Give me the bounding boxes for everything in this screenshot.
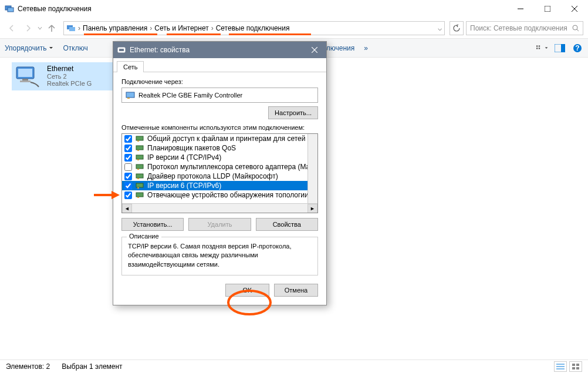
- component-item[interactable]: Планировщик пакетов QoS: [122, 143, 317, 153]
- dialog-close-button[interactable]: [306, 42, 323, 58]
- window-title: Сетевые подключения: [18, 5, 507, 13]
- description-text: TCP/IP версии 6. Самая поздняя версия IP…: [128, 242, 312, 269]
- protocol-icon: [136, 182, 144, 189]
- protocol-icon: [136, 145, 144, 152]
- svg-rect-11: [539, 45, 540, 46]
- uninstall-button[interactable]: Удалить: [188, 218, 251, 231]
- component-label: Отвечающее устройство обнаружения тополо…: [147, 191, 313, 199]
- component-checkbox[interactable]: [124, 173, 132, 180]
- component-label: IP версии 6 (TCP/IPv6): [147, 182, 221, 190]
- svg-rect-3: [545, 6, 550, 12]
- statusbar: Элементов: 2 Выбран 1 элемент: [0, 359, 588, 373]
- component-checkbox[interactable]: [124, 182, 132, 190]
- scrollbar-horizontal[interactable]: ◄ ►: [122, 203, 317, 213]
- chevron-down-icon: [545, 46, 548, 51]
- configure-button[interactable]: Настроить...: [268, 106, 318, 119]
- component-item[interactable]: Отвечающее устройство обнаружения тополо…: [122, 190, 317, 200]
- description-legend: Описание: [127, 233, 161, 240]
- svg-text:?: ?: [575, 44, 579, 52]
- history-dropdown[interactable]: [38, 24, 42, 32]
- organize-menu[interactable]: Упорядочить: [5, 44, 53, 52]
- connection-adapter: Realtek PCIe G: [47, 80, 92, 87]
- close-button[interactable]: [561, 0, 588, 18]
- components-label: Отмеченные компоненты используются этим …: [121, 124, 318, 131]
- more-button[interactable]: »: [364, 44, 368, 52]
- disable-button[interactable]: Отключ: [63, 44, 87, 52]
- dialog-tabs: Сеть: [113, 58, 326, 72]
- view-options-icon[interactable]: [536, 42, 548, 54]
- svg-rect-37: [136, 136, 143, 140]
- protocol-icon: [136, 154, 144, 161]
- svg-rect-41: [136, 155, 143, 159]
- svg-rect-47: [136, 183, 143, 187]
- minimize-button[interactable]: [507, 0, 534, 18]
- back-button[interactable]: [5, 21, 19, 35]
- ok-button[interactable]: OK: [225, 284, 269, 297]
- element-count: Элементов: 2: [6, 362, 50, 371]
- component-item[interactable]: Драйвер протокола LLDP (Майкрософт): [122, 172, 317, 181]
- component-checkbox[interactable]: [124, 163, 132, 171]
- tab-network[interactable]: Сеть: [117, 61, 144, 72]
- connection-network: Сеть 2: [47, 73, 92, 80]
- adapter-name: Realtek PCIe GBE Family Controller: [138, 92, 242, 99]
- scrollbar-vertical[interactable]: [307, 134, 317, 203]
- navbar: › Панель управления › Сеть и Интернет › …: [0, 18, 588, 39]
- svg-rect-48: [137, 187, 139, 189]
- install-button[interactable]: Установить...: [121, 218, 184, 231]
- chevron-down-icon: [49, 46, 53, 51]
- svg-rect-26: [576, 364, 579, 366]
- preview-pane-icon[interactable]: [554, 42, 566, 54]
- icons-view-button[interactable]: [569, 361, 582, 372]
- cancel-button[interactable]: Отмена: [274, 284, 318, 297]
- breadcrumb-item[interactable]: Сеть и Интернет: [154, 24, 208, 32]
- svg-rect-27: [572, 367, 575, 369]
- details-view-button[interactable]: [554, 361, 567, 372]
- connection-item[interactable]: Ethernet Сеть 2 Realtek PCIe G: [12, 62, 129, 90]
- component-item[interactable]: IP версии 6 (TCP/IPv6): [122, 181, 317, 190]
- help-icon[interactable]: ?: [572, 42, 583, 54]
- maximize-button[interactable]: [534, 0, 561, 18]
- adapter-card-icon: [126, 91, 135, 99]
- adapter-box: Realtek PCIe GBE Family Controller: [121, 88, 318, 103]
- search-input[interactable]: Поиск: Сетевые подключения: [466, 21, 583, 35]
- svg-rect-32: [119, 49, 124, 51]
- svg-rect-13: [539, 48, 540, 49]
- svg-rect-39: [136, 146, 143, 150]
- svg-rect-19: [18, 69, 32, 77]
- chevron-down-icon[interactable]: ⌵: [438, 24, 442, 32]
- refresh-button[interactable]: [450, 21, 464, 35]
- component-label: Протокол мультиплексора сетевого адаптер…: [147, 163, 314, 171]
- scroll-right-button[interactable]: ►: [307, 204, 317, 214]
- svg-rect-40: [137, 150, 139, 151]
- svg-point-8: [573, 25, 577, 30]
- protocol-icon: [136, 135, 144, 142]
- svg-rect-12: [536, 48, 538, 49]
- component-item[interactable]: Общий доступ к файлам и принтерам для се…: [122, 134, 317, 143]
- protocol-icon: [136, 173, 144, 180]
- svg-rect-42: [137, 159, 139, 160]
- svg-line-9: [577, 29, 579, 31]
- annotation-underline: [167, 33, 221, 35]
- component-item[interactable]: Протокол мультиплексора сетевого адаптер…: [122, 162, 317, 172]
- titlebar: Сетевые подключения: [0, 0, 588, 18]
- svg-rect-46: [137, 178, 139, 179]
- properties-button[interactable]: Свойства: [256, 218, 318, 231]
- annotation-underline: [229, 33, 311, 35]
- svg-rect-1: [8, 8, 13, 12]
- dialog-titlebar[interactable]: Ethernet: свойства: [113, 42, 326, 58]
- component-item[interactable]: IP версии 4 (TCP/IPv4): [122, 153, 317, 162]
- up-button[interactable]: [45, 21, 59, 35]
- component-checkbox[interactable]: [124, 135, 132, 143]
- component-label: Драйвер протокола LLDP (Майкрософт): [147, 172, 278, 180]
- breadcrumb-item[interactable]: Панель управления: [83, 24, 147, 32]
- annotation-arrow: [93, 189, 121, 201]
- breadcrumb-item[interactable]: Сетевые подключения: [216, 24, 290, 32]
- svg-rect-44: [137, 169, 139, 170]
- component-checkbox[interactable]: [124, 154, 132, 162]
- component-checkbox[interactable]: [124, 145, 132, 152]
- component-checkbox[interactable]: [124, 191, 132, 199]
- svg-rect-21: [20, 80, 31, 82]
- scroll-left-button[interactable]: ◄: [122, 204, 132, 214]
- forward-button[interactable]: [21, 21, 35, 35]
- chevron-right-icon: ›: [150, 24, 152, 32]
